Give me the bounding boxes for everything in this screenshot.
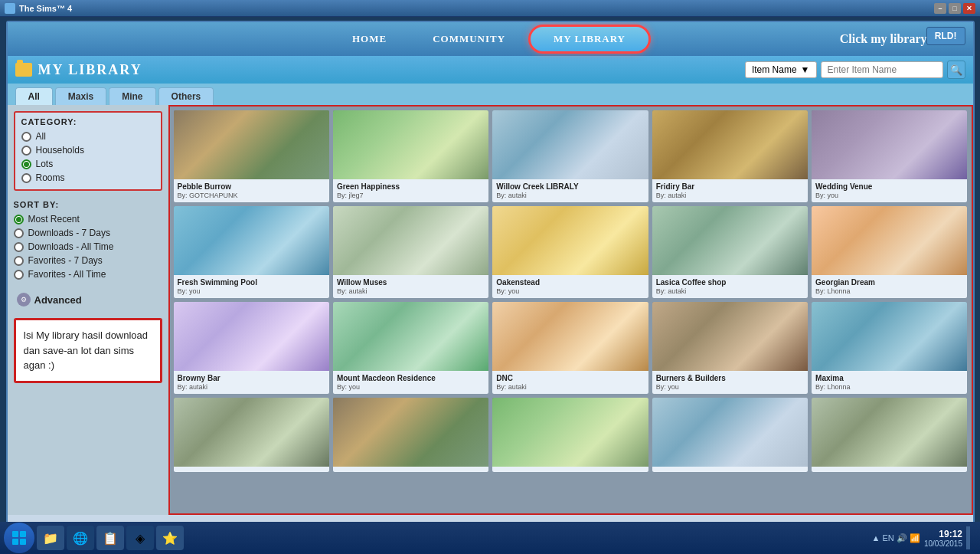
- info-box: Isi My library hasil download dan save-a…: [14, 318, 162, 383]
- grid-item-16[interactable]: [174, 398, 329, 472]
- grid-item-1[interactable]: Pebble Burrow By: GOTCHAPUNK: [174, 110, 329, 202]
- grid-item-4[interactable]: Fridiry Bar By: autaki: [652, 110, 808, 202]
- info-text: Isi My library hasil download dan save-a…: [24, 329, 149, 371]
- show-desktop-button[interactable]: [966, 526, 970, 549]
- grid-item-5[interactable]: Wedding Venue By: you: [812, 110, 967, 202]
- grid-item-3[interactable]: Willow Creek LIBRALY By: autaki: [492, 110, 648, 202]
- content-grid-area[interactable]: Pebble Burrow By: GOTCHAPUNK Green Happi…: [168, 105, 973, 515]
- sort-by-label: Sort By:: [14, 200, 162, 209]
- grid-thumb-7: [333, 206, 488, 275]
- start-button[interactable]: [4, 523, 34, 553]
- tab-maxis[interactable]: Maxis: [55, 87, 106, 105]
- grid-item-2[interactable]: Green Happiness By: jleg7: [333, 110, 488, 202]
- search-icon: 🔍: [950, 64, 962, 76]
- grid-item-6[interactable]: Fresh Swimming Pool By: you: [174, 206, 329, 298]
- search-button[interactable]: 🔍: [947, 61, 965, 79]
- grid-thumb-10: [812, 206, 967, 275]
- grid-item-17[interactable]: [333, 398, 488, 472]
- radio-most-recent: [14, 215, 24, 225]
- grid-author-11: By: autaki: [178, 383, 325, 391]
- tab-others[interactable]: Others: [158, 87, 214, 105]
- grid-thumb-11: [174, 302, 329, 371]
- grid-item-10[interactable]: Georgian Dream By: Lhonna: [812, 206, 967, 298]
- grid-title-5: Wedding Venue: [815, 182, 963, 192]
- taskbar-extra-button[interactable]: ⭐: [156, 526, 184, 550]
- tab-community[interactable]: COMMunity: [410, 27, 528, 51]
- taskbar-sims-button[interactable]: ◈: [126, 526, 154, 550]
- sort-favorites-alltime[interactable]: Favorites - All Time: [14, 267, 162, 281]
- grid-item-19[interactable]: [652, 398, 808, 472]
- radio-lots: [21, 159, 31, 169]
- grid-info-5: Wedding Venue By: you: [812, 179, 967, 202]
- taskbar-calendar-button[interactable]: 📋: [96, 526, 124, 550]
- category-all[interactable]: All: [21, 129, 155, 143]
- category-all-label: All: [36, 131, 46, 142]
- grid-author-9: By: autaki: [656, 287, 804, 295]
- titlebar: The Sims™ 4 – □ ✕: [0, 0, 980, 17]
- grid-item-11[interactable]: Browny Bar By: autaki: [174, 302, 329, 394]
- sort-most-recent[interactable]: Most Recent: [14, 212, 162, 226]
- category-lots[interactable]: Lots: [21, 157, 155, 171]
- radio-favorites-7days: [14, 256, 24, 266]
- dropdown-arrow-icon: ▼: [801, 64, 810, 75]
- sort-favorites-7days[interactable]: Favorites - 7 Days: [14, 254, 162, 267]
- grid-title-11: Browny Bar: [178, 373, 325, 383]
- grid-info-17: [333, 467, 488, 472]
- grid-title-8: Oakenstead: [496, 277, 644, 287]
- content-tab-bar: All Maxis Mine Others: [8, 84, 973, 105]
- grid-item-8[interactable]: Oakenstead By: you: [492, 206, 648, 298]
- grid-info-14: Burners & Builders By: you: [652, 371, 808, 394]
- sort-downloads-7days[interactable]: Downloads - 7 Days: [14, 226, 162, 240]
- grid-thumb-20: [812, 398, 967, 467]
- sort-downloads-alltime[interactable]: Downloads - All Time: [14, 240, 162, 254]
- advanced-button[interactable]: ⚙ Advanced: [14, 290, 162, 309]
- grid-title-10: Georgian Dream: [815, 277, 963, 287]
- close-button[interactable]: ✕: [963, 3, 975, 14]
- grid-thumb-5: [812, 110, 967, 179]
- grid-item-18[interactable]: [492, 398, 648, 472]
- grid-info-9: Lasica Coffee shop By: autaki: [652, 275, 808, 298]
- category-households[interactable]: Households: [21, 143, 155, 157]
- taskbar-files-button[interactable]: 📁: [37, 526, 64, 550]
- category-rooms[interactable]: Rooms: [21, 171, 155, 185]
- grid-item-20[interactable]: [812, 398, 967, 472]
- grid-item-12[interactable]: Mount Macdeon Residence By: you: [333, 302, 488, 394]
- grid-thumb-17: [333, 398, 488, 467]
- grid-title-2: Green Happiness: [337, 182, 485, 192]
- clock-time: 19:12: [924, 529, 962, 539]
- tab-all[interactable]: All: [15, 87, 53, 105]
- sort-most-recent-label: Most Recent: [28, 214, 80, 225]
- minimize-button[interactable]: –: [934, 3, 946, 14]
- grid-author-5: By: you: [815, 192, 963, 199]
- grid-item-15[interactable]: Maxima By: Lhonna: [812, 302, 967, 394]
- grid-info-8: Oakenstead By: you: [492, 275, 648, 298]
- grid-thumb-13: [492, 302, 648, 371]
- grid-item-9[interactable]: Lasica Coffee shop By: autaki: [652, 206, 808, 298]
- advanced-label: Advanced: [34, 294, 82, 306]
- category-rooms-label: Rooms: [36, 172, 65, 183]
- sort-dropdown[interactable]: Item Name ▼: [745, 61, 817, 78]
- main-area: Category: All Households Lots Rooms: [8, 105, 973, 515]
- sort-dropdown-label: Item Name: [752, 64, 797, 75]
- search-input[interactable]: [821, 61, 943, 78]
- grid-info-16: [174, 467, 329, 472]
- grid-title-14: Burners & Builders: [656, 373, 804, 383]
- grid-item-7[interactable]: Willow Muses By: autaki: [333, 206, 488, 298]
- rld-button[interactable]: RLD!: [926, 27, 965, 45]
- advanced-icon: ⚙: [17, 293, 31, 307]
- grid-item-13[interactable]: DNC By: autaki: [492, 302, 648, 394]
- grid-author-15: By: Lhonna: [815, 383, 963, 391]
- sidebar: Category: All Households Lots Rooms: [8, 105, 168, 515]
- grid-item-14[interactable]: Burners & Builders By: you: [652, 302, 808, 394]
- maximize-button[interactable]: □: [949, 3, 961, 14]
- app-icon: [5, 3, 15, 14]
- grid-info-19: [652, 467, 808, 472]
- tab-my-library[interactable]: My Library: [528, 25, 651, 54]
- tab-home[interactable]: Home: [329, 27, 410, 51]
- sort-downloads-7days-label: Downloads - 7 Days: [28, 228, 110, 238]
- nav-tabs-row: Home COMMunity My Library: [23, 25, 958, 54]
- category-households-label: Households: [36, 145, 84, 156]
- grid-container: Pebble Burrow By: GOTCHAPUNK Green Happi…: [174, 110, 968, 472]
- taskbar-chrome-button[interactable]: 🌐: [67, 526, 94, 550]
- tab-mine[interactable]: Mine: [109, 87, 155, 105]
